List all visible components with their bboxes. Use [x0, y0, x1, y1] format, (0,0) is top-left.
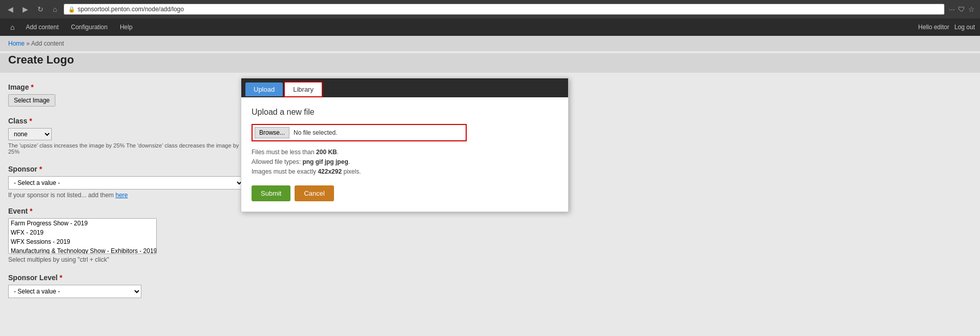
browser-actions: ··· 🛡 ☆: [949, 5, 975, 13]
menu-help[interactable]: Help: [114, 18, 139, 36]
req-types: png gif jpg jpeg: [302, 158, 348, 165]
lock-icon: 🔒: [68, 6, 75, 13]
browse-button[interactable]: Browse...: [255, 127, 289, 138]
pocket-icon[interactable]: 🛡: [958, 5, 965, 13]
req-size-line: Files must be less than 200 KB.: [252, 148, 558, 157]
breadcrumb-home[interactable]: Home: [8, 40, 25, 47]
modal-title: Upload a new file: [252, 108, 558, 117]
req-dims: 422x292: [318, 168, 342, 175]
browser-chrome: ◀ ▶ ↻ ⌂ 🔒 sponsortool.penton.com/node/ad…: [0, 0, 980, 18]
file-requirements: Files must be less than 200 KB. Allowed …: [252, 148, 558, 177]
more-icon[interactable]: ···: [949, 5, 955, 13]
modal-actions: Submit Cancel: [252, 185, 558, 201]
file-input-area: Browse... No file selected.: [252, 124, 467, 141]
page-title: Create Logo: [0, 53, 980, 73]
submit-button[interactable]: Submit: [252, 185, 290, 201]
user-info: Hello editor Log out: [918, 24, 975, 31]
modal-tabs: Upload Library: [241, 78, 568, 97]
main-content: Image * Select Image Class * none upsize…: [0, 73, 980, 319]
req-dims-line: Images must be exactly 422x292 pixels.: [252, 167, 558, 177]
menu-add-content[interactable]: Add content: [19, 18, 65, 36]
url-text: sponsortool.penton.com/node/add/logo: [77, 6, 184, 13]
req-types-line: Allowed file types: png gif jpg jpeg.: [252, 157, 558, 167]
tab-library[interactable]: Library: [284, 81, 323, 97]
logout-link[interactable]: Log out: [954, 24, 975, 31]
modal-dialog: Upload Library Upload a new file Browse.…: [241, 78, 569, 212]
forward-button[interactable]: ▶: [20, 4, 31, 14]
breadcrumb-separator: »: [26, 40, 30, 47]
tab-upload[interactable]: Upload: [245, 82, 283, 96]
app-menubar: ⌂ Add content Configuration Help Hello e…: [0, 18, 980, 36]
back-button[interactable]: ◀: [5, 4, 16, 14]
url-bar[interactable]: 🔒 sponsortool.penton.com/node/add/logo: [64, 4, 945, 15]
home-button[interactable]: ⌂: [50, 4, 59, 14]
file-name-display: No file selected.: [294, 129, 337, 136]
req-size: 200 KB: [316, 149, 337, 156]
star-icon[interactable]: ☆: [968, 5, 975, 13]
home-nav-icon[interactable]: ⌂: [5, 23, 19, 31]
breadcrumb: Home » Add content: [8, 40, 972, 47]
user-greeting: Hello editor: [918, 24, 949, 31]
breadcrumb-area: Home » Add content: [0, 36, 980, 51]
modal-body: Upload a new file Browse... No file sele…: [241, 97, 568, 212]
breadcrumb-current: Add content: [31, 40, 64, 47]
menu-configuration[interactable]: Configuration: [65, 18, 114, 36]
refresh-button[interactable]: ↻: [35, 4, 46, 14]
modal-overlay: Upload Library Upload a new file Browse.…: [0, 73, 980, 319]
cancel-button[interactable]: Cancel: [295, 185, 333, 201]
